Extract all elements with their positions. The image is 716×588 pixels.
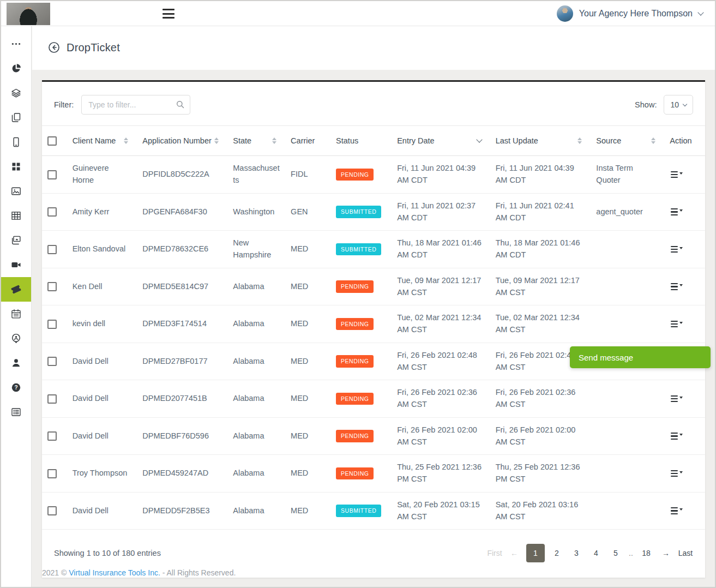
pagination-page-18[interactable]: 18 [639,544,654,562]
sidebar-item-layers[interactable] [1,81,31,105]
row-checkbox[interactable] [47,357,57,366]
cell-client-name: Troy Thompson [67,455,137,493]
menu-lines-icon [671,246,678,253]
row-checkbox[interactable] [47,282,57,291]
sort-icon[interactable] [651,137,655,144]
table-row: David Dell DPMEDBF76D596 Alabama MED PEN… [42,417,705,455]
user-avatar [557,5,573,22]
row-action-menu-button[interactable] [670,430,684,442]
row-action-menu-button[interactable] [670,206,684,218]
cell-carrier: FIDL [285,156,330,194]
column-header-source: Source [596,135,621,146]
row-action-menu-button[interactable] [670,244,684,255]
column-header-status: Status [336,136,358,145]
cell-carrier: MED [285,380,330,418]
hamburger-menu-icon[interactable] [163,9,175,19]
pagination-last[interactable]: Last [678,544,693,562]
pagination-page-2[interactable]: 2 [549,544,564,562]
cell-entry-date: Sat, 20 Feb 2021 03:15 AM CST [392,492,490,530]
sidebar-item-photo-album[interactable] [1,228,31,253]
sidebar-item-copy[interactable] [1,105,31,130]
column-header-action: Action [670,136,691,145]
pagination-ellipsis: .. [628,544,634,562]
row-checkbox[interactable] [47,320,57,329]
show-label: Show: [635,100,657,109]
row-checkbox[interactable] [47,506,57,515]
sort-icon[interactable] [124,137,128,144]
agency-logo [7,3,50,25]
sort-icon[interactable] [272,137,276,144]
row-action-menu-button[interactable] [670,393,684,405]
pagination-page-4[interactable]: 4 [588,544,604,562]
pagination-next-icon[interactable]: → [658,544,673,562]
row-action-menu-button[interactable] [670,319,684,330]
sort-descending-icon[interactable] [476,136,482,142]
caret-down-icon [679,172,683,175]
caret-down-icon [679,247,683,249]
list-icon [10,406,22,418]
sort-icon[interactable] [214,137,219,144]
cell-state: Alabama [227,417,285,455]
row-checkbox[interactable] [47,431,57,441]
filter-input[interactable] [81,95,190,115]
select-all-checkbox[interactable] [47,136,57,146]
sidebar-item-list[interactable] [1,400,31,424]
pagination-page-3[interactable]: 3 [569,544,584,562]
dropticket-table: Client Name Application Number State Car… [42,125,705,530]
sidebar-item-person[interactable] [1,351,31,375]
page-size-select[interactable]: 10 [664,95,693,115]
table-row: David Dell DPMEDD5F2B5E3 Alabama MED SUB… [42,492,705,530]
sidebar-item-image[interactable] [1,179,31,203]
cell-source [591,231,664,268]
smartphone-icon [10,136,22,148]
row-checkbox[interactable] [47,207,57,217]
row-action-menu-button[interactable] [670,505,684,517]
menu-lines-icon [671,395,678,403]
pagination-page-1[interactable]: 1 [526,544,545,562]
grid-icon [10,161,22,172]
menu-lines-icon [671,507,678,514]
footer-company-link[interactable]: Virtual Insurance Tools Inc. [69,568,160,577]
back-button[interactable] [47,41,61,54]
pagination-prev-icon[interactable]: ← [507,544,522,562]
caret-down-icon [679,284,683,286]
cell-carrier: MED [285,417,330,455]
sidebar-item-table[interactable] [1,203,31,228]
row-action-menu-button[interactable] [670,281,684,292]
sort-icon[interactable] [577,137,582,144]
row-checkbox[interactable] [47,170,57,179]
column-header-application-number: Application Number [142,135,212,146]
ticket-icon [10,284,22,295]
sidebar-item-pie-chart[interactable] [1,56,31,81]
pagination-page-5[interactable]: 5 [608,544,623,562]
page-size-value: 10 [670,100,679,109]
chevron-down-icon [697,9,703,15]
sidebar-item-dropticket[interactable] [1,277,31,302]
cell-carrier: MED [285,492,330,530]
cell-application-number: DPMED3F174514 [137,305,227,343]
sidebar-item-help[interactable]: ? [1,375,31,400]
send-message-menu-item[interactable]: Send message [570,346,711,368]
row-checkbox[interactable] [47,469,57,478]
sidebar-item-more[interactable] [1,32,31,56]
cell-application-number: DPMEDBF76D596 [137,417,227,455]
pagination-first[interactable]: First [487,544,502,562]
table-row: Elton Sandoval DPMED78632CE6 New Hampshi… [42,231,705,268]
status-badge: PENDING [336,430,374,442]
row-action-menu-button[interactable] [670,468,684,479]
sidebar-item-video-camera[interactable] [1,253,31,277]
chevron-down-icon [683,101,687,106]
status-badge: SUBMITTED [336,206,381,218]
sidebar-item-calendar[interactable] [1,302,31,326]
row-checkbox[interactable] [47,394,57,404]
status-badge: PENDING [336,318,374,331]
row-action-menu-button[interactable] [670,169,684,181]
sidebar-item-smartphone[interactable] [1,130,31,154]
column-header-last-update: Last Update [496,135,538,146]
table-header-row: Client Name Application Number State Car… [42,126,705,156]
user-menu[interactable]: Your Agency Here Thompson [557,1,703,26]
row-checkbox[interactable] [47,245,57,254]
cell-last-update: Fri, 26 Feb 2021 02:36 AM CST [490,380,591,418]
sidebar-item-grid[interactable] [1,154,31,179]
sidebar-item-person-pin[interactable] [1,326,31,351]
